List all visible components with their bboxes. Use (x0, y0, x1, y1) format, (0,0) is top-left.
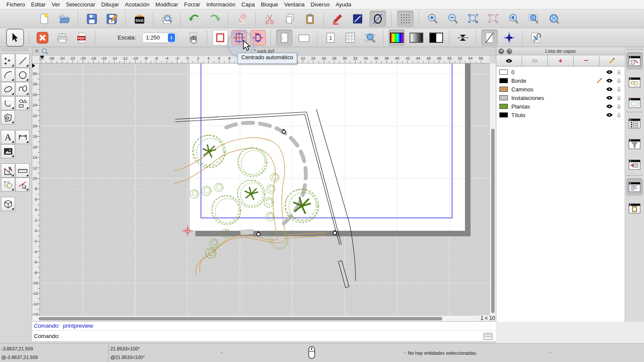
undo-button[interactable] (186, 11, 203, 27)
select-arrow-button[interactable] (6, 29, 24, 47)
menu-item-ayuda[interactable]: Ayuda (333, 0, 355, 9)
drafting-tools-button[interactable] (1, 163, 15, 178)
layer-row[interactable]: Caminos (496, 85, 625, 94)
menu-item-fichero[interactable]: Fichero (3, 0, 28, 9)
layer-visibility-eye-icon[interactable] (606, 87, 613, 92)
layer-color-swatch[interactable] (499, 78, 508, 83)
insert-dock-button[interactable] (626, 156, 643, 173)
vertical-scrollbar-thumb[interactable] (491, 129, 495, 313)
ellipse-tool-button[interactable] (1, 82, 15, 96)
zoom-window-button[interactable] (526, 11, 542, 27)
zoom-in-button[interactable] (425, 11, 441, 27)
clipboard-dock-button[interactable] (626, 200, 643, 217)
cut-button[interactable]: + (261, 11, 278, 27)
page-multi-button[interactable] (342, 30, 358, 46)
zoom-out-button[interactable] (445, 11, 461, 27)
edit-layer-button[interactable] (599, 55, 625, 66)
remove-layer-button[interactable]: − (574, 55, 599, 66)
print-preview-button[interactable] (159, 11, 175, 27)
layer-color-swatch[interactable] (499, 95, 508, 100)
modify-tool-button[interactable] (1, 178, 15, 192)
add-layer-button[interactable]: + (548, 55, 574, 66)
layer-row[interactable]: Plantas (496, 102, 625, 111)
horizontal-scrollbar-thumb[interactable] (39, 317, 442, 320)
block-list-dock-button[interactable] (626, 74, 643, 91)
menu-item-forzar[interactable]: Forzar (181, 0, 204, 9)
pan-hand-button[interactable] (186, 30, 202, 46)
layer-visibility-eye-icon[interactable] (606, 78, 613, 83)
grayscale-mode-button[interactable] (408, 30, 425, 46)
menu-item-modificar[interactable]: Modificar (152, 0, 181, 9)
menu-item-seleccionar[interactable]: Seleccionar (63, 0, 98, 9)
layer-lock-icon[interactable] (617, 104, 621, 109)
blackwhite-mode-button[interactable] (428, 30, 444, 46)
line-attributes-button[interactable] (349, 11, 366, 27)
layer-visibility-eye-icon[interactable] (606, 104, 613, 109)
solid-3d-tool-button[interactable] (1, 197, 15, 211)
copy-button[interactable]: + (282, 11, 298, 27)
new-file-button[interactable] (36, 11, 52, 27)
layer-row[interactable]: Borde (496, 76, 625, 85)
menu-item-capa[interactable]: Capa (238, 0, 258, 9)
layer-color-swatch[interactable] (499, 69, 508, 75)
points-tool-button[interactable] (1, 54, 15, 68)
image-tool-button[interactable] (1, 144, 15, 158)
hatch-tool-button[interactable] (1, 110, 15, 124)
zoom-page-fit-button[interactable] (362, 30, 378, 46)
arc-tool-button[interactable] (1, 68, 15, 82)
filter-dock-button[interactable] (626, 136, 643, 153)
show-all-layers-button[interactable] (496, 55, 522, 66)
select-entity-tool-button[interactable] (15, 178, 30, 192)
menu-item-editar[interactable]: Editar (28, 0, 49, 9)
zoom-auto-button[interactable] (465, 11, 481, 27)
zoom-pan-button[interactable] (546, 11, 562, 27)
close-preview-button[interactable] (34, 30, 51, 46)
layer-color-swatch[interactable] (499, 112, 508, 118)
menu-item-diverso[interactable]: Diverso (308, 0, 333, 9)
save-as-button[interactable] (104, 11, 120, 27)
crosshair-button[interactable] (501, 30, 517, 46)
layer-visibility-eye-icon[interactable] (606, 112, 613, 118)
page-portrait-button[interactable] (276, 30, 292, 46)
eraser-button[interactable] (234, 11, 250, 27)
layer-row[interactable]: 0 (496, 68, 625, 76)
save-button[interactable] (84, 11, 100, 27)
menu-item-ver[interactable]: Ver (49, 0, 63, 9)
polygon-tool-button[interactable] (15, 96, 30, 110)
page-single-button[interactable]: 1 (322, 30, 339, 46)
dimension-tool-button[interactable] (15, 130, 30, 144)
fit-width-button[interactable] (455, 30, 471, 46)
zoom-previous-button[interactable] (505, 11, 522, 27)
layer-lock-icon[interactable] (617, 69, 621, 75)
command-dock-button[interactable] (626, 178, 643, 196)
redo-button[interactable] (207, 11, 223, 27)
tools-button[interactable] (528, 30, 544, 46)
layer-lock-icon[interactable] (617, 78, 621, 84)
scale-select[interactable]: 1:250 ▲▼ (142, 33, 176, 43)
zoom-select-button[interactable] (485, 11, 501, 27)
layer-lock-icon[interactable] (617, 87, 621, 92)
drawing-canvas[interactable] (40, 63, 489, 315)
measure-tool-button[interactable] (15, 163, 30, 178)
circle-tool-button[interactable] (15, 68, 30, 82)
layer-lock-icon[interactable] (617, 112, 621, 118)
color-mode-button[interactable] (389, 30, 405, 46)
open-file-button[interactable] (56, 11, 73, 27)
pdf-export-button[interactable]: PDF (74, 30, 90, 46)
spline-tool-button[interactable] (15, 82, 30, 96)
line-tool-button[interactable] (15, 54, 30, 68)
layer-list-dock-button[interactable] (626, 52, 643, 69)
menu-item-acotación[interactable]: Acotación (122, 0, 152, 9)
sheet-settings-button[interactable] (481, 30, 498, 46)
menu-item-información[interactable]: Información (203, 0, 238, 9)
draw-pen-button[interactable] (329, 11, 346, 27)
library-dock-button[interactable] (626, 94, 643, 112)
layer-color-swatch[interactable] (499, 104, 508, 109)
command-options-icon[interactable] (483, 333, 492, 340)
text-tool-button[interactable]: A (1, 130, 15, 144)
menu-item-ventana[interactable]: Ventana (281, 0, 308, 9)
stepper-icon[interactable]: ▲▼ (168, 33, 175, 42)
layer-row[interactable]: Título (496, 111, 625, 119)
layer-color-swatch[interactable] (499, 87, 508, 92)
command-input[interactable] (62, 332, 482, 341)
